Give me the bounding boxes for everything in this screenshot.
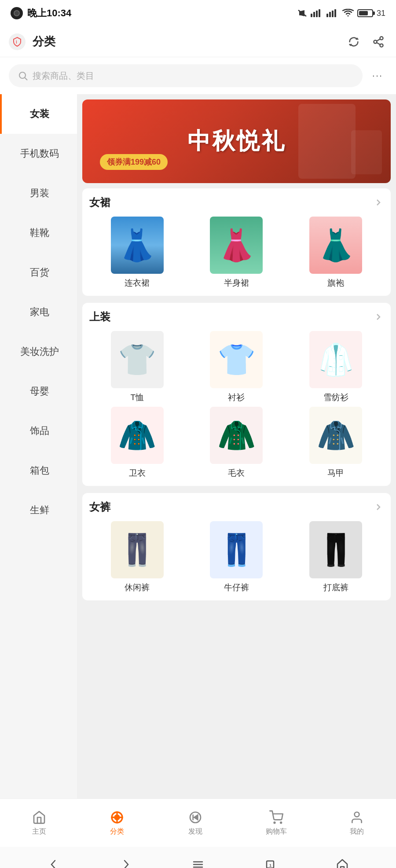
sidebar-item-appliances[interactable]: 家电: [0, 292, 77, 332]
svg-point-17: [19, 72, 26, 78]
sidebar-item-fresh-food[interactable]: 生鲜: [0, 490, 77, 530]
sidebar-item-womens-clothing[interactable]: 女装: [0, 94, 77, 134]
search-bar: 搜索商品、类目 ···: [0, 57, 396, 94]
sidebar-item-phones-digital[interactable]: 手机数码: [0, 134, 77, 173]
nav-home-label: 主页: [32, 827, 46, 836]
share-button[interactable]: [370, 33, 387, 51]
product-image-sweatshirt: [111, 407, 164, 464]
svg-line-15: [377, 42, 380, 44]
product-label-jeans: 牛仔裤: [224, 582, 249, 593]
category-title-pants: 女裤: [89, 500, 110, 514]
nav-discover[interactable]: 发现: [179, 806, 212, 840]
product-item-jeans[interactable]: 牛仔裤: [189, 521, 285, 593]
sys-forward-button[interactable]: [115, 853, 137, 868]
product-label-chiffon: 雪纺衫: [323, 392, 348, 403]
category-card-pants: 女裤 休闲裤 牛仔裤 打底裤: [82, 493, 391, 600]
svg-rect-10: [334, 9, 336, 17]
sys-home-button[interactable]: [331, 853, 353, 868]
product-image-shirt: [210, 331, 263, 388]
product-label-shirt: 衬衫: [228, 392, 245, 403]
svg-rect-4: [313, 12, 315, 17]
svg-line-16: [377, 39, 380, 41]
system-navigation-bar: 1: [0, 847, 396, 868]
product-label-sweatshirt: 卫衣: [129, 467, 146, 479]
svg-rect-7: [326, 14, 328, 17]
product-image-chiffon: [309, 331, 362, 388]
product-item-chiffon[interactable]: 雪纺衫: [288, 331, 384, 403]
product-item-qipao[interactable]: 旗袍: [288, 217, 384, 289]
category-card-skirts: 女裙 连衣裙 半身裙 旗袍: [82, 188, 391, 296]
product-item-skirt[interactable]: 半身裙: [189, 217, 285, 289]
signal2-icon: [326, 9, 339, 17]
nav-category[interactable]: 分类: [100, 806, 134, 840]
product-item-knit[interactable]: 毛衣: [189, 407, 285, 479]
main-layout: 女装 手机数码 男装 鞋靴 百货 家电 美妆洗护 母婴 饰品 箱包 生鲜: [0, 94, 396, 798]
status-bar: 晚上10:34 31: [0, 0, 396, 26]
svg-line-18: [25, 78, 28, 81]
product-item-casual-pants[interactable]: 休闲裤: [89, 521, 185, 593]
refresh-button[interactable]: [345, 33, 363, 51]
product-item-dress[interactable]: 连衣裙: [89, 217, 185, 289]
nav-profile[interactable]: 我的: [340, 806, 374, 840]
sidebar-item-beauty[interactable]: 美妆洗护: [0, 332, 77, 371]
search-input[interactable]: 搜索商品、类目: [9, 64, 363, 87]
sidebar-item-bags[interactable]: 箱包: [0, 451, 77, 490]
category-header-tops[interactable]: 上装: [89, 310, 384, 324]
svg-point-20: [115, 815, 120, 820]
sidebar-item-general-merchandise[interactable]: 百货: [0, 253, 77, 292]
nav-cart-label: 购物车: [266, 827, 287, 836]
product-label-skirt: 半身裙: [224, 277, 249, 289]
nav-cart[interactable]: 购物车: [257, 806, 296, 840]
app-logo: i: [9, 33, 26, 50]
category-icon: [109, 809, 125, 825]
category-header-skirts[interactable]: 女裙: [89, 195, 384, 210]
promotional-banner[interactable]: 中秋悦礼 领券满199减60: [82, 99, 391, 183]
status-right: 31: [297, 9, 385, 18]
nav-home[interactable]: 主页: [22, 806, 56, 840]
sidebar-item-jewelry[interactable]: 饰品: [0, 411, 77, 451]
svg-rect-9: [332, 11, 334, 17]
svg-point-30: [355, 812, 359, 817]
sys-tabs-button[interactable]: 1: [259, 853, 281, 868]
banner-decoration-2: [351, 130, 382, 174]
nav-category-label: 分类: [110, 827, 124, 836]
more-options-button[interactable]: ···: [368, 66, 387, 85]
shield-icon: i: [12, 37, 22, 47]
signal-icon: [311, 9, 323, 17]
content-area: 中秋悦礼 领券满199减60 女裙 连衣裙 半身裙: [77, 94, 396, 798]
svg-marker-26: [194, 815, 198, 820]
banner-main-text: 中秋悦礼: [187, 126, 286, 157]
product-image-jeans: [210, 521, 263, 578]
sys-menu-button[interactable]: [187, 853, 209, 868]
nav-discover-label: 发现: [188, 827, 202, 836]
sidebar-item-maternity[interactable]: 母婴: [0, 371, 77, 411]
product-item-tshirt[interactable]: T恤: [89, 331, 185, 403]
bottom-navigation: 主页 分类 发现: [0, 798, 396, 847]
camera-icon: [11, 7, 23, 19]
product-item-vest[interactable]: 马甲: [288, 407, 384, 479]
product-image-vest: [309, 407, 362, 464]
product-item-sweatshirt[interactable]: 卫衣: [89, 407, 185, 479]
wifi-icon: [342, 9, 354, 18]
product-grid-tops: T恤 衬衫 雪纺衫 卫衣 毛衣: [89, 331, 384, 479]
battery-level: 31: [377, 9, 385, 18]
battery-icon: [357, 9, 373, 17]
sys-back-button[interactable]: [43, 853, 65, 868]
search-placeholder: 搜索商品、类目: [33, 70, 94, 82]
product-image-qipao: [309, 217, 362, 274]
status-time: 晚上10:34: [27, 7, 71, 20]
category-header-pants[interactable]: 女裤: [89, 500, 384, 514]
sidebar-item-shoes[interactable]: 鞋靴: [0, 213, 77, 253]
svg-rect-5: [316, 11, 318, 17]
profile-icon: [349, 809, 365, 825]
product-label-leggings: 打底裤: [323, 582, 348, 593]
svg-marker-2: [301, 10, 304, 16]
product-image-tshirt: [111, 331, 164, 388]
product-item-shirt[interactable]: 衬衫: [189, 331, 285, 403]
status-left: 晚上10:34: [11, 7, 71, 20]
product-image-casual-pants: [111, 521, 164, 578]
product-item-leggings[interactable]: 打底裤: [288, 521, 384, 593]
svg-rect-6: [319, 9, 320, 17]
category-card-tops: 上装 T恤 衬衫 雪纺衫: [82, 303, 391, 486]
sidebar-item-mens-clothing[interactable]: 男装: [0, 173, 77, 213]
